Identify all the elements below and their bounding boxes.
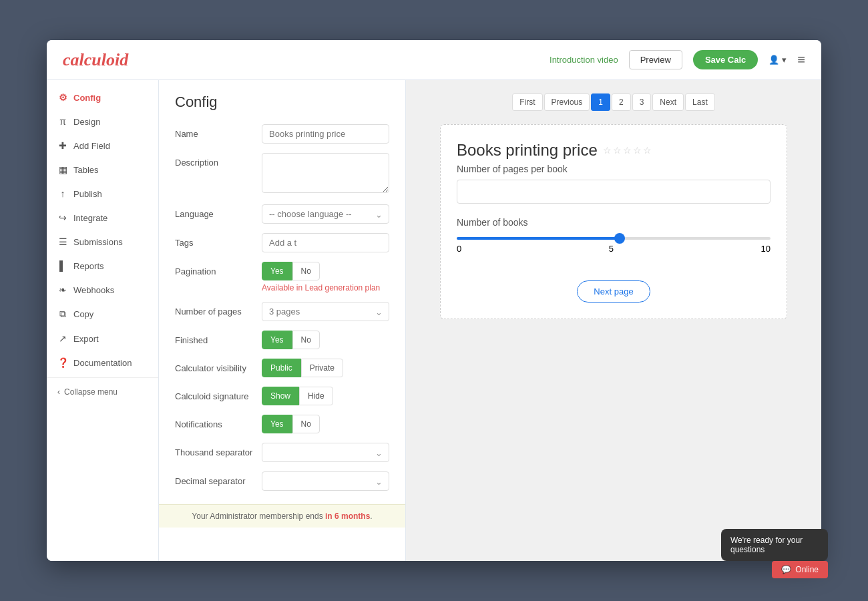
preview-button[interactable]: Preview [629, 50, 682, 69]
chat-online-badge[interactable]: 💬 Online [772, 561, 828, 578]
tags-input[interactable] [262, 233, 389, 252]
field-books-label: Number of books [457, 217, 771, 228]
submissions-icon: ☰ [57, 236, 68, 247]
membership-highlight: in 6 months [325, 512, 370, 521]
name-input[interactable] [262, 124, 389, 144]
membership-bar: Your Administrator membership ends in 6 … [159, 504, 405, 528]
intro-video-link[interactable]: Introduction video [550, 55, 618, 65]
pagination-label: Pagination [175, 262, 262, 276]
collapse-menu-button[interactable]: ‹ Collapse menu [47, 381, 158, 403]
field-pages-input[interactable] [457, 180, 771, 204]
num-pages-input[interactable] [262, 302, 389, 321]
next-page-button[interactable]: Next page [577, 280, 650, 303]
sidebar-item-documentation[interactable]: ❓ Documentation [47, 351, 158, 375]
field-books-section: Number of books 0 5 10 [457, 217, 771, 267]
language-label: Language [175, 204, 262, 219]
signature-hide-button[interactable]: Hide [299, 387, 333, 405]
sidebar-item-export[interactable]: ↗ Export [47, 327, 158, 351]
config-panel: Config Name Description Language [159, 80, 406, 561]
pagination-next-button[interactable]: Next [652, 93, 684, 111]
slider-thumb[interactable] [614, 233, 625, 244]
notifications-label: Notifications [175, 415, 262, 429]
visibility-private-button[interactable]: Private [301, 359, 343, 377]
export-icon: ↗ [57, 333, 68, 344]
hamburger-menu-icon[interactable]: ≡ [797, 52, 805, 67]
notifications-row: Notifications Yes No [175, 415, 389, 433]
signature-label: Calculoid signature [175, 387, 262, 401]
integrate-icon: ↪ [57, 212, 68, 223]
plan-note: Available in Lead generation plan [262, 283, 389, 292]
pagination-row: Pagination Yes No Available in Lead gene… [175, 262, 389, 292]
sidebar-item-design[interactable]: π Design [47, 110, 158, 134]
tags-control [262, 233, 389, 252]
language-row: Language [175, 204, 389, 224]
decimal-separator-input[interactable] [262, 471, 389, 491]
finished-label: Finished [175, 331, 262, 345]
visibility-public-button[interactable]: Public [262, 359, 301, 377]
sidebar-label-submissions: Submissions [73, 237, 123, 247]
preview-panel: First Previous 1 2 3 Next Last Books pri… [406, 80, 821, 561]
visibility-label: Calculator visibility [175, 359, 262, 373]
finished-no-button[interactable]: No [292, 331, 320, 349]
description-textarea[interactable] [262, 153, 389, 193]
num-pages-label: Number of pages [175, 302, 262, 317]
description-row: Description [175, 153, 389, 195]
membership-text: Your Administrator membership ends [192, 512, 325, 521]
notifications-control: Yes No [262, 415, 389, 433]
user-menu-button[interactable]: 👤 ▾ [769, 55, 787, 65]
pagination-control: Yes No Available in Lead generation plan [262, 262, 389, 292]
thousand-separator-row: Thousand separator [175, 443, 389, 462]
pagination-yes-button[interactable]: Yes [262, 262, 292, 280]
sidebar-item-integrate[interactable]: ↪ Integrate [47, 206, 158, 230]
notifications-no-button[interactable]: No [292, 415, 320, 433]
pagination-page-3-button[interactable]: 3 [632, 93, 652, 111]
pagination-previous-button[interactable]: Previous [544, 93, 590, 111]
field-pages-label: Number of pages per book [457, 164, 771, 174]
signature-show-button[interactable]: Show [262, 387, 299, 405]
sidebar-item-reports[interactable]: ▌ Reports [47, 254, 158, 278]
tags-row: Tags [175, 233, 389, 252]
signature-control: Show Hide [262, 387, 389, 405]
membership-suffix: . [370, 512, 372, 521]
config-icon: ⚙ [57, 92, 68, 103]
pagination-last-button[interactable]: Last [685, 93, 715, 111]
visibility-row: Calculator visibility Public Private [175, 359, 389, 377]
pagination-first-button[interactable]: First [512, 93, 542, 111]
signature-row: Calculoid signature Show Hide [175, 387, 389, 405]
sidebar-label-publish: Publish [73, 189, 102, 199]
calc-title-text: Books printing price [457, 141, 598, 160]
name-row: Name [175, 124, 389, 144]
sidebar-item-config[interactable]: ⚙ Config [47, 85, 158, 110]
reports-icon: ▌ [57, 260, 68, 271]
language-input[interactable] [262, 204, 389, 224]
finished-yes-button[interactable]: Yes [262, 331, 292, 349]
tables-icon: ▦ [57, 164, 68, 175]
logo: calculoid [63, 50, 128, 70]
num-pages-row: Number of pages [175, 302, 389, 321]
sidebar-label-add-field: Add Field [73, 141, 110, 151]
config-title: Config [175, 93, 389, 111]
pagination-page-2-button[interactable]: 2 [612, 93, 631, 111]
field-pages-section: Number of pages per book [457, 164, 771, 204]
pagination-no-button[interactable]: No [292, 262, 320, 280]
pagination-page-1-button[interactable]: 1 [591, 93, 610, 111]
chat-message: We're ready for your questions [730, 536, 803, 554]
save-calc-button[interactable]: Save Calc [693, 50, 758, 69]
sidebar-item-submissions[interactable]: ☰ Submissions [47, 230, 158, 254]
decimal-separator-row: Decimal separator [175, 471, 389, 491]
thousand-separator-input[interactable] [262, 443, 389, 462]
design-icon: π [57, 116, 68, 127]
sidebar-label-webhooks: Webhooks [73, 285, 114, 295]
name-control [262, 124, 389, 144]
pagination-bar: First Previous 1 2 3 Next Last [512, 93, 714, 111]
sidebar-item-webhooks[interactable]: ❧ Webhooks [47, 278, 158, 302]
sidebar-label-tables: Tables [73, 165, 99, 175]
sidebar-item-add-field[interactable]: ✚ Add Field [47, 134, 158, 158]
user-avatar-icon: 👤 [769, 55, 779, 65]
slider-track [457, 237, 771, 240]
chat-bubble-icon: 💬 [781, 565, 791, 574]
sidebar-item-copy[interactable]: ⧉ Copy [47, 302, 158, 327]
notifications-yes-button[interactable]: Yes [262, 415, 292, 433]
sidebar-item-tables[interactable]: ▦ Tables [47, 158, 158, 182]
sidebar-item-publish[interactable]: ↑ Publish [47, 182, 158, 206]
